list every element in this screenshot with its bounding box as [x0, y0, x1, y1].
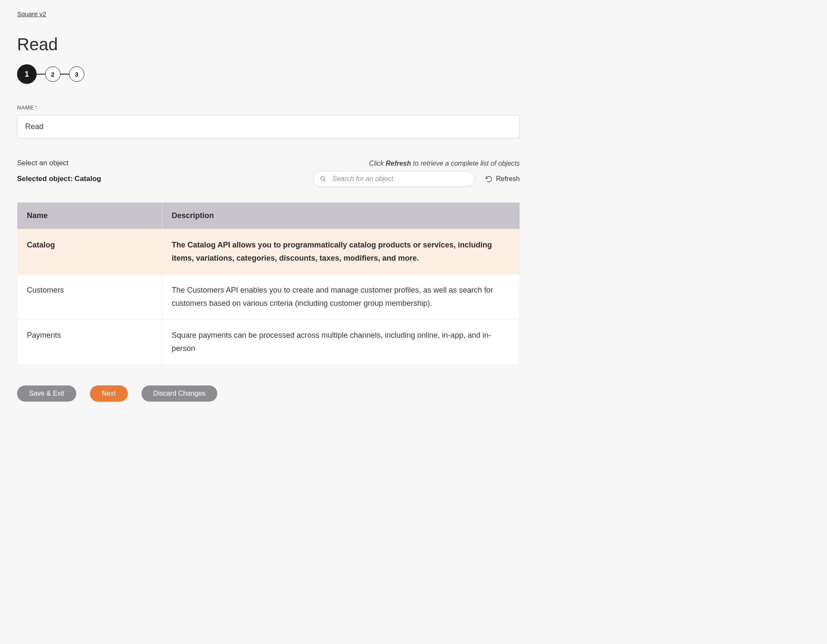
col-description: Description — [162, 203, 520, 229]
required-marker: * — [35, 104, 37, 111]
table-row[interactable]: PaymentsSquare payments can be processed… — [17, 319, 520, 365]
next-button[interactable]: Next — [90, 385, 128, 402]
refresh-icon — [485, 175, 493, 183]
row-name: Payments — [17, 319, 162, 365]
footer-buttons: Save & Exit Next Discard Changes — [17, 385, 520, 402]
save-exit-button[interactable]: Save & Exit — [17, 385, 76, 402]
search-input[interactable] — [313, 171, 475, 187]
row-description: The Catalog API allows you to programmat… — [162, 229, 520, 274]
name-label-text: NAME — [17, 104, 34, 111]
svg-line-1 — [324, 180, 325, 181]
refresh-button[interactable]: Refresh — [485, 175, 520, 183]
table-row[interactable]: CatalogThe Catalog API allows you to pro… — [17, 229, 520, 274]
step-connector — [61, 74, 69, 75]
page-title: Read — [17, 35, 520, 54]
row-description: The Customers API enables you to create … — [162, 274, 520, 319]
search-icon — [320, 175, 326, 182]
selected-object-value: Catalog — [75, 175, 101, 183]
name-input[interactable] — [17, 115, 520, 138]
stepper: 123 — [17, 64, 520, 84]
discard-button[interactable]: Discard Changes — [141, 385, 218, 402]
refresh-label: Refresh — [496, 175, 520, 183]
table-row[interactable]: CustomersThe Customers API enables you t… — [17, 274, 520, 319]
selected-object: Selected object: Catalog — [17, 175, 101, 183]
row-name: Catalog — [17, 229, 162, 274]
name-field-label: NAME* — [17, 104, 520, 111]
step-3[interactable]: 3 — [69, 66, 84, 82]
select-object-label: Select an object — [17, 159, 69, 167]
objects-table: Name Description CatalogThe Catalog API … — [17, 202, 520, 365]
step-connector — [37, 74, 45, 75]
col-name: Name — [17, 203, 162, 229]
row-name: Customers — [17, 274, 162, 319]
refresh-hint: Click Refresh to retrieve a complete lis… — [369, 160, 520, 167]
selected-object-prefix: Selected object: — [17, 175, 75, 183]
hint-suffix: to retrieve a complete list of objects — [411, 160, 520, 167]
step-1[interactable]: 1 — [17, 64, 37, 84]
step-2[interactable]: 2 — [45, 66, 61, 82]
hint-prefix: Click — [369, 160, 386, 167]
svg-point-0 — [321, 177, 325, 181]
hint-bold: Refresh — [386, 160, 411, 167]
row-description: Square payments can be processed across … — [162, 319, 520, 365]
breadcrumb-link[interactable]: Square v2 — [17, 10, 46, 17]
